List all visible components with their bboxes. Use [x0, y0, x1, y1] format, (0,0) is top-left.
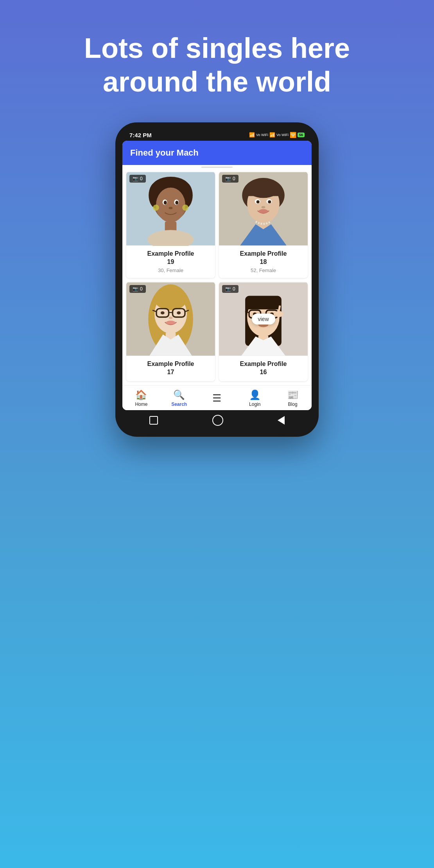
profile-info-18: Example Profile18 52, Female [219, 246, 308, 278]
svg-point-13 [182, 204, 188, 211]
svg-point-10 [175, 201, 178, 204]
profile-image-18: 📷 0 [219, 172, 308, 246]
profile-details-19: 30, Female [130, 267, 211, 273]
phone-bottom-bar [122, 410, 312, 430]
svg-point-24 [268, 200, 271, 203]
camera-icon-18: 📷 [225, 176, 231, 181]
home-icon: 🏠 [135, 389, 147, 400]
blog-icon: 📰 [287, 389, 299, 400]
battery-badge: 56 [298, 133, 305, 137]
nav-item-menu[interactable]: ☰ [205, 393, 229, 403]
profiles-grid: 📷 0 Example Profile19 30, Female [122, 168, 312, 381]
search-icon: 🔍 [173, 389, 185, 400]
svg-line-52 [279, 306, 280, 312]
camera-icon-17: 📷 [133, 286, 138, 292]
back-square-btn[interactable] [149, 416, 158, 425]
svg-point-25 [259, 209, 268, 213]
svg-point-31 [154, 289, 187, 310]
svg-point-37 [161, 312, 165, 315]
status-bar: 7:42 PM 📶 Vo WiFi 📶 Vo WiFi 🛜 56 [122, 129, 312, 141]
svg-rect-20 [247, 188, 280, 196]
photo-badge-17: 📷 0 [129, 285, 146, 293]
signal-icon-2: 📶 [269, 132, 275, 138]
profile-name-17: Example Profile17 [130, 360, 211, 377]
profile-photo-19 [126, 172, 215, 246]
svg-point-51 [274, 311, 283, 317]
profile-info-16: Example Profile16 [219, 356, 308, 381]
profile-details-18: 52, Female [223, 267, 304, 273]
blog-label: Blog [288, 402, 298, 407]
search-label: Search [171, 402, 187, 407]
phone-frame: 7:42 PM 📶 Vo WiFi 📶 Vo WiFi 🛜 56 Fined y… [115, 122, 319, 437]
login-icon: 👤 [249, 389, 261, 400]
svg-rect-45 [247, 296, 280, 310]
photo-count-16: 0 [233, 286, 235, 292]
profile-card-19[interactable]: 📷 0 Example Profile19 30, Female [126, 172, 215, 278]
svg-point-23 [256, 200, 260, 203]
svg-point-39 [166, 321, 176, 325]
hero-section: Lots of singles here around the world [84, 31, 350, 99]
photo-badge-18: 📷 0 [222, 175, 239, 183]
signal-icon: 📶 [249, 132, 255, 138]
camera-icon-19: 📷 [133, 176, 138, 181]
phone-time: 7:42 PM [129, 132, 152, 138]
nav-item-login[interactable]: 👤 Login [243, 389, 267, 407]
svg-point-26 [262, 206, 265, 208]
svg-point-9 [164, 201, 167, 204]
camera-icon-16: 📷 [225, 286, 231, 292]
svg-point-38 [177, 312, 181, 315]
profile-photo-17 [126, 282, 215, 356]
phone-screen: Fined your Mach [122, 141, 312, 410]
photo-count-18: 0 [233, 176, 235, 181]
app-header: Fined your Mach [122, 141, 312, 165]
hero-title: Lots of singles here around the world [84, 31, 350, 99]
profile-info-17: Example Profile17 [126, 356, 215, 381]
view-badge-16[interactable]: view [251, 314, 275, 325]
profile-image-17: 📷 0 [126, 282, 215, 356]
profile-image-16: 📷 0 view [219, 282, 308, 356]
back-triangle-btn[interactable] [278, 416, 285, 425]
profile-photo-18 [219, 172, 308, 246]
svg-point-12 [153, 204, 159, 211]
profile-image-19: 📷 0 [126, 172, 215, 246]
login-label: Login [249, 402, 260, 407]
wifi-text: Vo WiFi [256, 133, 268, 137]
photo-badge-16: 📷 0 [222, 285, 239, 293]
status-icons: 📶 Vo WiFi 📶 Vo WiFi 🛜 56 [249, 132, 305, 138]
nav-item-home[interactable]: 🏠 Home [129, 389, 153, 407]
profile-card-18[interactable]: 📷 0 Example Profile18 52, Female [219, 172, 308, 278]
photo-count-19: 0 [140, 176, 143, 181]
app-title: Fined your Mach [130, 148, 199, 158]
profile-card-17[interactable]: 📷 0 Example Profile17 [126, 282, 215, 381]
svg-point-11 [169, 207, 173, 209]
svg-point-6 [156, 187, 185, 222]
nav-item-search[interactable]: 🔍 Search [167, 389, 191, 407]
profile-name-18: Example Profile18 [223, 250, 304, 266]
menu-icon: ☰ [212, 393, 221, 403]
profile-name-19: Example Profile19 [130, 250, 211, 266]
wifi-text-2: Vo WiFi [276, 133, 289, 137]
profile-card-16[interactable]: 📷 0 view Example Profile16 [219, 282, 308, 381]
svg-point-40 [169, 317, 173, 319]
nav-item-blog[interactable]: 📰 Blog [281, 389, 305, 407]
wifi-icon: 🛜 [290, 132, 296, 138]
home-circle-btn[interactable] [212, 415, 223, 426]
bottom-nav: 🏠 Home 🔍 Search ☰ 👤 Login 📰 Blog [122, 385, 312, 410]
profile-name-16: Example Profile16 [223, 360, 304, 377]
photo-count-17: 0 [140, 286, 143, 292]
photo-badge-19: 📷 0 [129, 175, 146, 183]
home-label: Home [135, 402, 147, 407]
profile-info-19: Example Profile19 30, Female [126, 246, 215, 278]
